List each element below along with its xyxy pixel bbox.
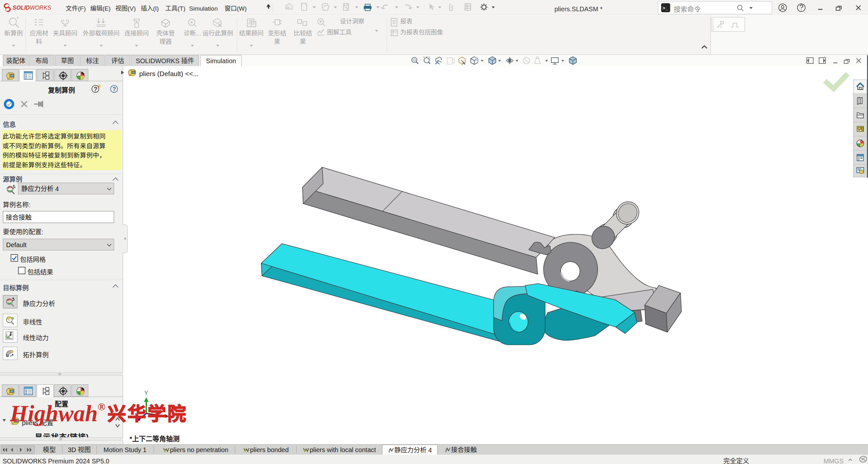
svg-text:夹具顾问: 夹具顾问 <box>53 28 77 37</box>
svg-text:果: 果 <box>274 37 280 45</box>
svg-text:运行此算例: 运行此算例 <box>202 28 233 37</box>
svg-text:外部载荷顾问: 外部载荷顾问 <box>83 28 120 37</box>
svg-text:料: 料 <box>36 37 42 45</box>
svg-text:Y: Y <box>144 390 148 396</box>
svg-text:Y: Y <box>10 330 12 335</box>
svg-text:应用材: 应用材 <box>30 28 48 37</box>
svg-text:理器: 理器 <box>159 37 172 45</box>
svg-text:设计洞察: 设计洞察 <box>340 17 364 25</box>
svg-text:变形结: 变形结 <box>268 28 286 37</box>
svg-text:诊断...: 诊断... <box>184 28 201 37</box>
svg-text:比较结: 比较结 <box>293 28 312 37</box>
svg-text:?: ? <box>113 85 116 93</box>
svg-text:新算例: 新算例 <box>4 28 23 37</box>
svg-text:果: 果 <box>300 37 306 45</box>
svg-text:结果顾问: 结果顾问 <box>239 28 264 37</box>
svg-text:壳体管: 壳体管 <box>156 28 175 37</box>
svg-text:?: ? <box>94 85 97 93</box>
svg-text:SOLIDWORKS: SOLIDWORKS <box>12 4 51 11</box>
svg-text:A: A <box>462 60 465 66</box>
svg-text:报表: 报表 <box>400 17 412 25</box>
svg-text:为报表包括图像: 为报表包括图像 <box>400 27 443 36</box>
svg-text:图解工具: 图解工具 <box>327 27 351 36</box>
svg-text:连接顾问: 连接顾问 <box>124 28 149 37</box>
